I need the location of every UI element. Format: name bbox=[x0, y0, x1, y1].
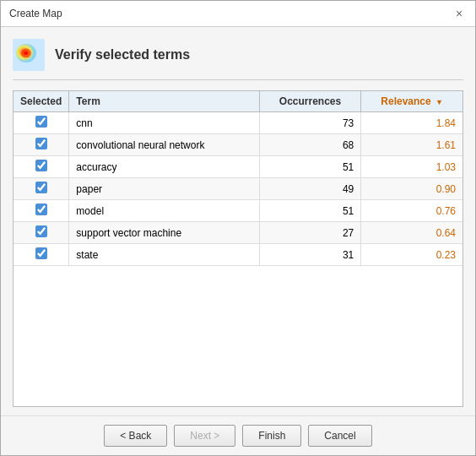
term-cell: accuracy bbox=[69, 156, 259, 178]
close-button[interactable]: × bbox=[452, 6, 467, 21]
table-row: accuracy511.03 bbox=[14, 156, 462, 178]
finish-button[interactable]: Finish bbox=[242, 425, 301, 447]
relevance-cell: 1.84 bbox=[361, 112, 462, 134]
relevance-cell: 1.03 bbox=[361, 156, 462, 178]
table-body: cnn731.84convolutional neural network681… bbox=[14, 112, 462, 266]
relevance-cell: 0.64 bbox=[361, 222, 462, 244]
back-button[interactable]: < Back bbox=[104, 425, 167, 447]
row-checkbox[interactable] bbox=[35, 204, 47, 215]
selected-cell bbox=[14, 244, 69, 266]
term-cell: model bbox=[69, 200, 259, 222]
header-section: Verify selected terms bbox=[13, 39, 463, 80]
table-row: support vector machine270.64 bbox=[14, 222, 462, 244]
col-header-occurrences: Occurrences bbox=[259, 91, 361, 112]
col-header-relevance[interactable]: Relevance ▼ bbox=[361, 91, 462, 112]
relevance-cell: 0.90 bbox=[361, 178, 462, 200]
occurrences-cell: 31 bbox=[259, 244, 361, 266]
terms-table: Selected Term Occurrences Relevance ▼ cn… bbox=[14, 91, 462, 266]
occurrences-cell: 51 bbox=[259, 156, 361, 178]
table-row: model510.76 bbox=[14, 200, 462, 222]
table-header-row: Selected Term Occurrences Relevance ▼ bbox=[14, 91, 462, 112]
occurrences-cell: 49 bbox=[259, 178, 361, 200]
occurrences-cell: 73 bbox=[259, 112, 361, 134]
col-header-selected: Selected bbox=[14, 91, 69, 112]
page-title: Verify selected terms bbox=[55, 47, 190, 62]
title-bar: Create Map × bbox=[1, 1, 475, 27]
term-cell: paper bbox=[69, 178, 259, 200]
selected-cell bbox=[14, 222, 69, 244]
selected-cell bbox=[14, 112, 69, 134]
row-checkbox[interactable] bbox=[35, 160, 47, 171]
row-checkbox[interactable] bbox=[35, 116, 47, 128]
row-checkbox[interactable] bbox=[35, 225, 47, 237]
relevance-cell: 1.61 bbox=[361, 134, 462, 156]
selected-cell bbox=[14, 200, 69, 222]
selected-cell bbox=[14, 156, 69, 178]
row-checkbox[interactable] bbox=[35, 247, 47, 259]
occurrences-cell: 51 bbox=[259, 200, 361, 222]
term-cell: support vector machine bbox=[69, 222, 259, 244]
occurrences-cell: 68 bbox=[259, 134, 361, 156]
row-checkbox[interactable] bbox=[35, 182, 47, 193]
sort-indicator: ▼ bbox=[435, 98, 443, 106]
table-container: Selected Term Occurrences Relevance ▼ cn… bbox=[13, 90, 463, 407]
heatmap-icon bbox=[13, 39, 45, 71]
create-map-window: Create Map × Ver bbox=[0, 0, 476, 456]
table-row: convolutional neural network681.61 bbox=[14, 134, 462, 156]
row-checkbox[interactable] bbox=[35, 138, 47, 149]
cancel-button[interactable]: Cancel bbox=[308, 425, 371, 447]
footer: < Back Next > Finish Cancel bbox=[1, 415, 475, 455]
content-area: Verify selected terms Selected Term Occu… bbox=[1, 27, 475, 415]
col-header-term: Term bbox=[69, 91, 259, 112]
occurrences-cell: 27 bbox=[259, 222, 361, 244]
title-bar-left: Create Map bbox=[9, 8, 62, 19]
window-title: Create Map bbox=[9, 8, 62, 19]
selected-cell bbox=[14, 134, 69, 156]
table-row: cnn731.84 bbox=[14, 112, 462, 134]
svg-point-3 bbox=[24, 52, 29, 55]
table-row: paper490.90 bbox=[14, 178, 462, 200]
relevance-cell: 0.76 bbox=[361, 200, 462, 222]
next-button[interactable]: Next > bbox=[174, 425, 235, 447]
term-cell: convolutional neural network bbox=[69, 134, 259, 156]
table-row: state310.23 bbox=[14, 244, 462, 266]
term-cell: state bbox=[69, 244, 259, 266]
term-cell: cnn bbox=[69, 112, 259, 134]
selected-cell bbox=[14, 178, 69, 200]
relevance-cell: 0.23 bbox=[361, 244, 462, 266]
